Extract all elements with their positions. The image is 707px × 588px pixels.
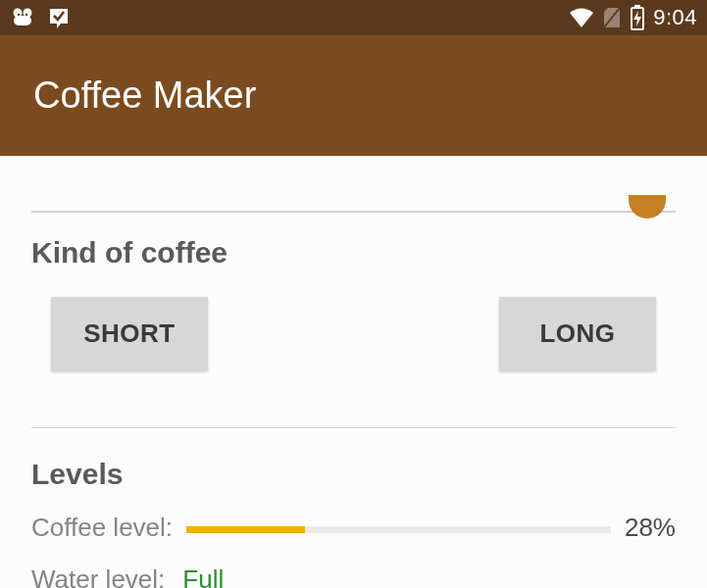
short-button[interactable]: SHORT <box>51 297 208 370</box>
no-sim-icon <box>602 6 622 29</box>
coffee-level-row: Coffee level: 28% <box>31 513 676 543</box>
status-time: 9:04 <box>653 5 697 30</box>
wifi-icon <box>569 7 594 28</box>
coffee-level-label: Coffee level: <box>31 513 173 543</box>
divider <box>31 211 676 213</box>
coffee-level-value: 28% <box>625 513 676 543</box>
levels-title: Levels <box>31 458 676 491</box>
status-left <box>10 6 71 29</box>
main-content: Kind of coffee SHORT LONG Levels Coffee … <box>0 211 707 588</box>
coffee-level-progress <box>186 526 611 533</box>
status-right: 9:04 <box>569 5 697 30</box>
svg-point-4 <box>25 14 27 16</box>
android-icon <box>10 6 35 29</box>
water-level-row: Water level: Full <box>31 564 676 588</box>
divider <box>31 427 676 429</box>
app-bar: Coffee Maker <box>0 35 707 156</box>
coffee-kind-buttons: SHORT LONG <box>31 297 676 370</box>
kind-of-coffee-title: Kind of coffee <box>31 236 676 270</box>
svg-point-3 <box>18 14 20 16</box>
svg-rect-2 <box>14 16 31 25</box>
water-level-label: Water level: <box>31 564 165 588</box>
long-button[interactable]: LONG <box>499 297 656 370</box>
overflow-badge <box>629 195 666 219</box>
svg-rect-7 <box>634 5 640 8</box>
battery-charging-icon <box>630 5 645 30</box>
status-bar: 9:04 <box>0 0 707 35</box>
coffee-level-fill <box>186 526 305 533</box>
water-level-value: Full <box>182 564 224 588</box>
checkmark-app-icon <box>47 6 71 29</box>
app-title: Coffee Maker <box>33 74 256 117</box>
